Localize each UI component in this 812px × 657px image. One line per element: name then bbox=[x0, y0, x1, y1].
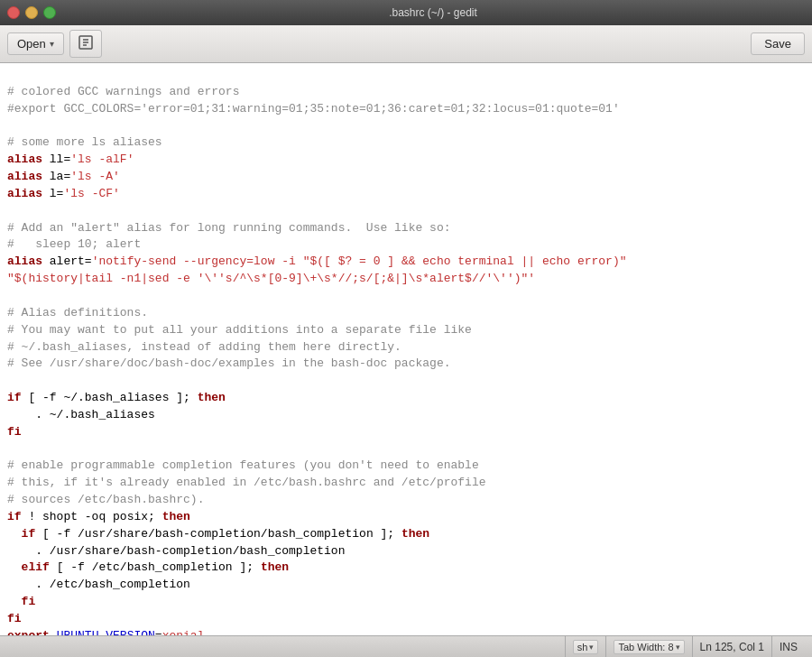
language-label: sh bbox=[577, 642, 588, 652]
code-line-30: . /etc/bash_completion bbox=[7, 578, 190, 591]
mode-label: INS bbox=[780, 641, 798, 653]
code-line-16: # ~/.bash_aliases, instead of adding the… bbox=[7, 340, 401, 354]
code-line-33: export UBUNTU_VERSION=xenial bbox=[7, 629, 204, 635]
code-line-5: alias ll='ls -alF' bbox=[7, 153, 134, 166]
code-line-23: # enable programmable completion feature… bbox=[7, 458, 479, 472]
code-line-19: if [ -f ~/.bash_aliases ]; then bbox=[7, 391, 226, 404]
code-line-31: fi bbox=[7, 595, 35, 608]
language-dropdown[interactable]: sh ▾ bbox=[573, 640, 599, 654]
tabwidth-dropdown[interactable]: Tab Width: 8 ▾ bbox=[614, 640, 684, 654]
code-line-26: if ! shopt -oq posix; then bbox=[7, 510, 190, 523]
code-line-15: # You may want to put all your additions… bbox=[7, 323, 472, 337]
code-line-1: # colored GCC warnings and errors bbox=[7, 85, 239, 98]
code-line-20: . ~/.bash_aliases bbox=[7, 408, 155, 421]
code-line-10: # sleep 10; alert bbox=[7, 237, 141, 251]
code-line-7: alias l='ls -CF' bbox=[7, 187, 120, 200]
code-line-28: . /usr/share/bash-completion/bash_comple… bbox=[7, 544, 345, 558]
language-section: sh ▾ bbox=[565, 636, 606, 657]
titlebar: .bashrc (~/) - gedit bbox=[0, 0, 812, 25]
statusbar: sh ▾ Tab Width: 8 ▾ Ln 125, Col 1 INS bbox=[0, 635, 812, 657]
mode-section: INS bbox=[771, 636, 805, 657]
toolbar: Open ▾ Save bbox=[0, 25, 812, 63]
code-line-12: "$(history|tail -n1|sed -e '\''s/^\s*[0-… bbox=[7, 272, 535, 285]
code-line-6: alias la='ls -A' bbox=[7, 170, 120, 183]
code-line-27: if [ -f /usr/share/bash-completion/bash_… bbox=[7, 527, 429, 541]
code-line-29: elif [ -f /etc/bash_completion ]; then bbox=[7, 560, 289, 574]
editor[interactable]: # colored GCC warnings and errors #expor… bbox=[0, 63, 812, 635]
open-label: Open bbox=[17, 37, 46, 51]
language-arrow-icon: ▾ bbox=[589, 643, 594, 652]
tabwidth-label: Tab Width: 8 bbox=[618, 642, 673, 652]
save-button[interactable]: Save bbox=[751, 32, 805, 55]
window-title: .bashrc (~/) - gedit bbox=[61, 6, 805, 19]
tabwidth-arrow-icon: ▾ bbox=[676, 643, 680, 652]
open-arrow-icon: ▾ bbox=[50, 39, 54, 49]
close-button[interactable] bbox=[7, 6, 20, 19]
maximize-button[interactable] bbox=[43, 6, 56, 19]
pin-icon bbox=[78, 34, 94, 51]
code-line-14: # Alias definitions. bbox=[7, 306, 148, 319]
minimize-button[interactable] bbox=[25, 6, 38, 19]
code-line-24: # this, if it's already enabled in /etc/… bbox=[7, 476, 486, 489]
code-line-21: fi bbox=[7, 425, 22, 439]
code-line-4: # some more ls aliases bbox=[7, 135, 162, 149]
code-line-9: # Add an "alert" alias for long running … bbox=[7, 221, 450, 235]
code-line-2: #export GCC_COLORS='error=01;31:warning=… bbox=[7, 102, 620, 116]
position-section: Ln 125, Col 1 bbox=[692, 636, 771, 657]
code-line-17: # See /usr/share/doc/bash-doc/examples i… bbox=[7, 356, 450, 370]
code-line-32: fi bbox=[7, 612, 22, 625]
code-content: # colored GCC warnings and errors #expor… bbox=[0, 63, 812, 635]
code-line-25: # sources /etc/bash.bashrc). bbox=[7, 493, 204, 506]
code-line-11: alias alert='notify-send --urgency=low -… bbox=[7, 254, 627, 268]
position-label: Ln 125, Col 1 bbox=[700, 641, 764, 653]
tabwidth-section: Tab Width: 8 ▾ bbox=[605, 636, 691, 657]
recent-files-button[interactable] bbox=[69, 30, 102, 58]
open-button[interactable]: Open ▾ bbox=[7, 32, 64, 55]
